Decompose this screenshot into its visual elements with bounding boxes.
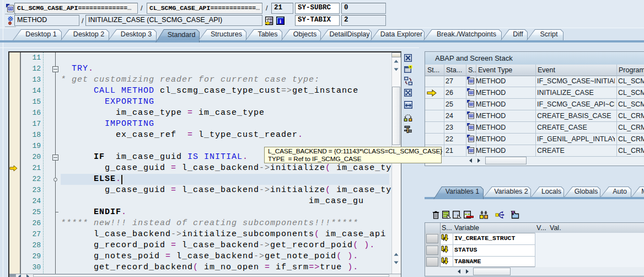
- svg-text:i: i: [280, 18, 281, 24]
